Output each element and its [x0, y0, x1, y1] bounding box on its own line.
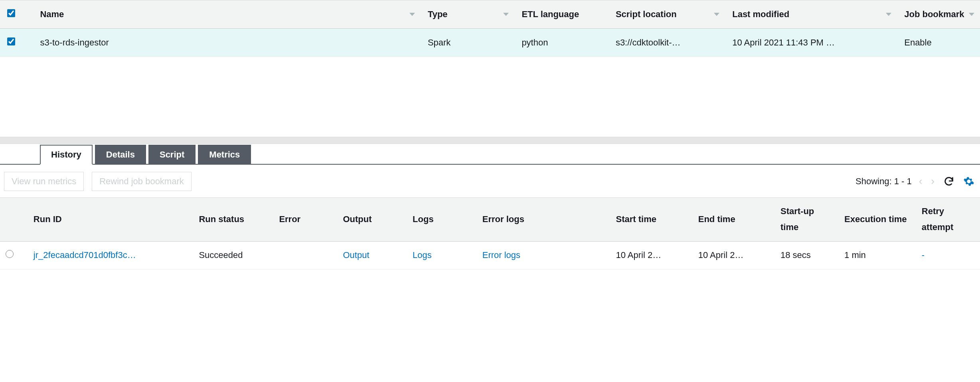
- col-header-modified-label: Last modified: [732, 9, 789, 19]
- page-prev-icon[interactable]: ‹: [917, 175, 924, 187]
- col-header-last-modified[interactable]: Last modified: [725, 0, 897, 29]
- col-header-type[interactable]: Type: [421, 0, 515, 29]
- col-header-end-time[interactable]: End time: [693, 197, 775, 241]
- col-header-error-logs[interactable]: Error logs: [477, 197, 611, 241]
- job-row[interactable]: s3-to-rds-ingestor Spark python s3://cdk…: [0, 28, 980, 57]
- panel-splitter[interactable]: [0, 137, 980, 144]
- detail-tabs: History Details Script Metrics: [0, 144, 980, 165]
- run-exec-cell: 1 min: [839, 241, 916, 269]
- job-lang-cell: python: [514, 28, 609, 57]
- run-startup-cell: 18 secs: [775, 241, 839, 269]
- showing-label: Showing: 1 - 1: [856, 176, 912, 187]
- run-output-link[interactable]: Output: [343, 250, 369, 260]
- sort-caret-icon[interactable]: [714, 13, 719, 16]
- run-row[interactable]: jr_2fecaadcd701d0fbf3c… Succeeded Output…: [0, 241, 980, 269]
- tab-history[interactable]: History: [40, 145, 93, 165]
- run-id-link[interactable]: jr_2fecaadcd701d0fbf3c…: [34, 250, 136, 260]
- tab-metrics[interactable]: Metrics: [198, 145, 251, 165]
- select-all-checkbox[interactable]: [7, 9, 15, 17]
- col-header-type-label: Type: [428, 9, 448, 19]
- job-loc-cell: s3://cdktoolkit-…: [609, 28, 725, 57]
- job-bookmark-cell: Enable: [897, 28, 980, 57]
- run-retry-cell: -: [922, 250, 925, 260]
- sort-caret-icon[interactable]: [409, 13, 415, 16]
- col-header-name-label: Name: [40, 9, 64, 19]
- sort-caret-icon[interactable]: [503, 13, 509, 16]
- col-header-run-status[interactable]: Run status: [193, 197, 273, 241]
- col-header-startup-time[interactable]: Start-up time: [775, 197, 839, 241]
- job-type-cell: Spark: [421, 28, 515, 57]
- col-header-loc-label: Script location: [616, 9, 677, 19]
- run-error-logs-link[interactable]: Error logs: [482, 250, 520, 260]
- jobs-table: Name Type ETL language Script location L…: [0, 0, 980, 57]
- job-name-cell: s3-to-rds-ingestor: [33, 28, 420, 57]
- rewind-bookmark-button[interactable]: Rewind job bookmark: [92, 172, 192, 191]
- col-header-lang[interactable]: ETL language: [514, 0, 609, 29]
- refresh-icon[interactable]: [942, 176, 956, 187]
- col-header-start-time[interactable]: Start time: [610, 197, 692, 241]
- gear-icon[interactable]: [962, 176, 976, 187]
- col-header-error[interactable]: Error: [273, 197, 337, 241]
- tab-details[interactable]: Details: [95, 145, 146, 165]
- runs-toolbar: View run metrics Rewind job bookmark Sho…: [0, 165, 980, 197]
- sort-caret-icon[interactable]: [886, 13, 891, 16]
- view-run-metrics-button[interactable]: View run metrics: [4, 172, 84, 191]
- run-status-cell: Succeeded: [193, 241, 273, 269]
- tab-script[interactable]: Script: [148, 145, 196, 165]
- col-header-run-id[interactable]: Run ID: [28, 197, 194, 241]
- run-logs-link[interactable]: Logs: [413, 250, 432, 260]
- run-end-cell: 10 April 2…: [693, 241, 775, 269]
- job-modified-cell: 10 April 2021 11:43 PM …: [725, 28, 897, 57]
- col-header-name[interactable]: Name: [33, 0, 420, 29]
- pagination: Showing: 1 - 1 ‹ ›: [856, 175, 976, 187]
- runs-header-row: Run ID Run status Error Output Logs Erro…: [0, 197, 980, 241]
- row-checkbox[interactable]: [7, 37, 15, 45]
- col-header-execution-time[interactable]: Execution time: [839, 197, 916, 241]
- col-header-script-location[interactable]: Script location: [609, 0, 725, 29]
- run-row-radio[interactable]: [6, 250, 14, 258]
- col-header-lang-label: ETL language: [522, 9, 579, 19]
- col-header-output[interactable]: Output: [337, 197, 407, 241]
- run-start-cell: 10 April 2…: [610, 241, 692, 269]
- col-header-logs[interactable]: Logs: [407, 197, 477, 241]
- page-next-icon[interactable]: ›: [929, 175, 936, 187]
- run-error-cell: [273, 241, 337, 269]
- col-header-retry-attempt[interactable]: Retry attempt: [916, 197, 980, 241]
- col-header-job-bookmark[interactable]: Job bookmark: [897, 0, 980, 29]
- runs-table: Run ID Run status Error Output Logs Erro…: [0, 197, 980, 270]
- col-header-bookmark-label: Job bookmark: [904, 9, 964, 19]
- jobs-header-row: Name Type ETL language Script location L…: [0, 0, 980, 29]
- sort-caret-icon[interactable]: [969, 13, 974, 16]
